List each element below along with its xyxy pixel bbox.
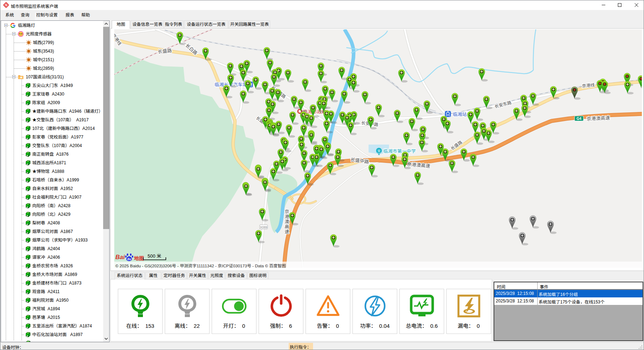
svg-text:速: 速 xyxy=(284,229,289,234)
svg-text:文: 文 xyxy=(377,149,380,153)
svg-text:澳: 澳 xyxy=(284,219,289,224)
svg-text:高: 高 xyxy=(284,224,289,229)
svg-text:京: 京 xyxy=(284,209,289,214)
svg-text:X089: X089 xyxy=(260,225,267,229)
svg-text:临湘站: 临湘站 xyxy=(453,112,467,117)
svg-text:G4: G4 xyxy=(577,117,582,121)
svg-text:临湘市第一中学: 临湘市第一中学 xyxy=(383,149,416,154)
svg-text:du: du xyxy=(127,257,131,261)
svg-text:港: 港 xyxy=(284,214,289,219)
